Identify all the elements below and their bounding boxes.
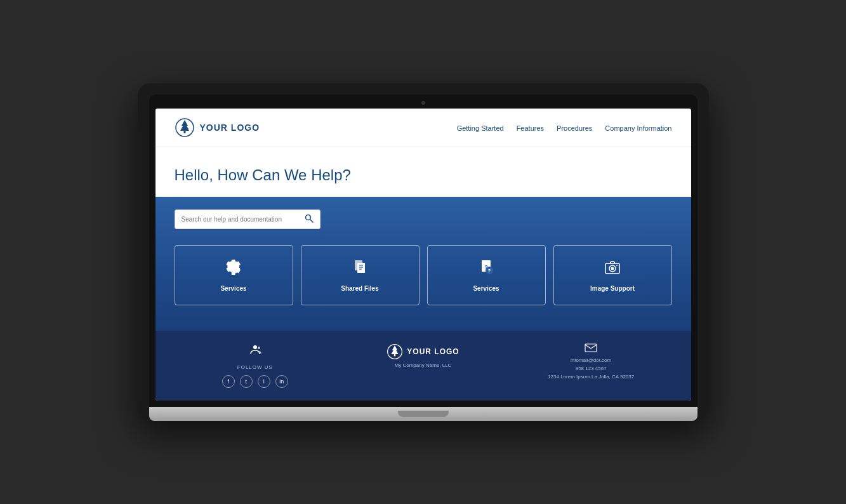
footer-email: infomail@dot.com (571, 357, 611, 363)
svg-rect-5 (357, 263, 365, 273)
cards-grid: Services Shar (175, 245, 672, 305)
laptop-base (149, 407, 697, 421)
files-icon (351, 258, 369, 279)
svg-rect-20 (394, 354, 395, 356)
footer-company-name: My Company Name, LLC (395, 362, 452, 368)
card-services-2[interactable]: ? ? Services (427, 245, 546, 305)
hero-blue-section: Services Shar (155, 197, 691, 331)
laptop-frame: YOUR LOGO Getting Started Features Proce… (138, 83, 709, 421)
laptop-notch (398, 411, 449, 417)
footer-logo-area: YOUR LOGO (387, 343, 459, 360)
email-icon (585, 343, 597, 355)
card-shared-files[interactable]: Shared Files (301, 245, 420, 305)
footer-phone: 858 123 4567 (576, 366, 607, 371)
laptop-screen: YOUR LOGO Getting Started Features Proce… (155, 109, 691, 401)
svg-line-3 (310, 220, 313, 223)
svg-point-17 (253, 345, 257, 349)
nav-company-info[interactable]: Company Information (605, 124, 671, 132)
card-services-1[interactable]: Services (175, 245, 293, 305)
social-icons: f t i in (222, 375, 288, 388)
screen-bezel: YOUR LOGO Getting Started Features Proce… (149, 95, 697, 407)
hero-title: Hello, How Can We Help? (175, 166, 672, 184)
camera-dot (421, 101, 425, 105)
svg-text:?: ? (488, 268, 491, 274)
logo-area: YOUR LOGO (175, 117, 260, 138)
footer-contact: infomail@dot.com 858 123 4567 1234 Lorem… (510, 343, 672, 380)
card-label-shared-files: Shared Files (341, 285, 378, 292)
header-logo-text: YOUR LOGO (200, 123, 260, 133)
linkedin-icon[interactable]: in (275, 375, 288, 388)
footer-follow-section: FOLLOW US f t i in (175, 343, 336, 388)
main-nav: Getting Started Features Procedures Comp… (457, 122, 672, 133)
card-label-services-2: Services (473, 285, 499, 292)
svg-point-15 (611, 267, 614, 270)
help-doc-icon: ? ? (477, 258, 495, 279)
nav-procedures[interactable]: Procedures (557, 124, 592, 132)
svg-point-18 (258, 347, 260, 349)
search-bar[interactable] (175, 209, 321, 229)
svg-point-16 (616, 265, 618, 266)
follow-label: FOLLOW US (237, 364, 273, 370)
camera-icon (604, 258, 621, 279)
footer-address: 1234 Lorem Ipsum La Jolla, CA 92037 (548, 374, 634, 380)
search-icon (305, 214, 314, 225)
nav-getting-started[interactable]: Getting Started (457, 124, 504, 132)
card-image-support[interactable]: Image Support (553, 245, 672, 305)
site-header: YOUR LOGO Getting Started Features Proce… (155, 109, 691, 147)
footer-logo-text: YOUR LOGO (407, 347, 459, 356)
footer-center: YOUR LOGO My Company Name, LLC (342, 343, 504, 368)
gear-icon (225, 258, 242, 279)
site-footer: FOLLOW US f t i in (155, 331, 691, 401)
search-input[interactable] (182, 216, 305, 223)
card-label-services-1: Services (220, 285, 246, 292)
hero-white-section: Hello, How Can We Help? (155, 147, 691, 197)
svg-rect-21 (585, 344, 597, 352)
svg-rect-1 (183, 131, 185, 133)
logo-icon (175, 117, 195, 138)
follow-icon (249, 343, 261, 359)
card-label-image-support: Image Support (590, 285, 635, 292)
nav-features[interactable]: Features (517, 124, 544, 132)
twitter-icon[interactable]: t (240, 375, 253, 388)
instagram-icon[interactable]: i (258, 375, 270, 388)
facebook-icon[interactable]: f (222, 375, 235, 388)
